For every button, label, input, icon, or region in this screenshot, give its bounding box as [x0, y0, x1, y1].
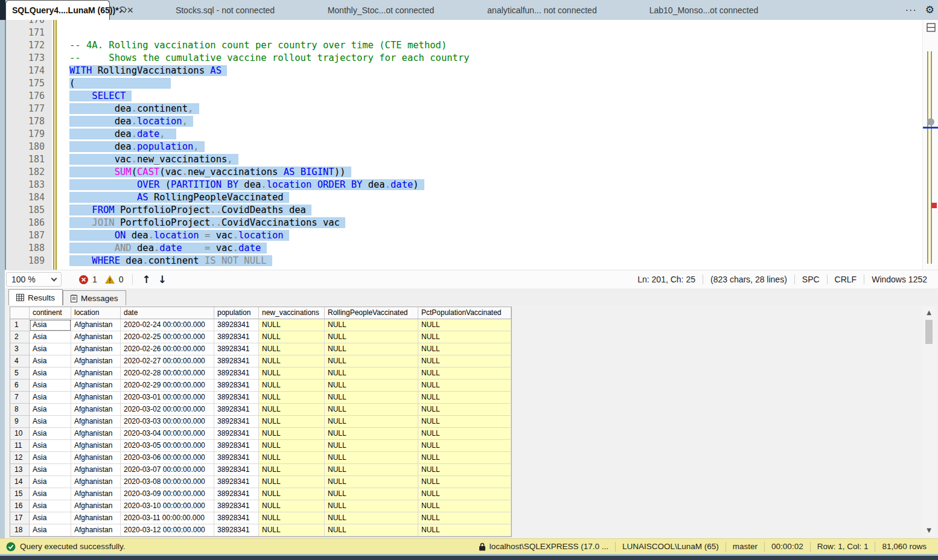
row-number[interactable]: 3	[10, 343, 30, 355]
table-cell[interactable]: Afghanistan	[71, 368, 121, 380]
code-line[interactable]: OVER (PARTITION BY dea.location ORDER BY…	[69, 179, 922, 191]
table-cell[interactable]: 38928341	[214, 380, 259, 392]
table-cell[interactable]: NULL	[418, 404, 511, 416]
table-cell[interactable]: NULL	[418, 452, 511, 464]
code-line[interactable]: WITH RollingVaccinations AS	[69, 65, 922, 77]
table-cell[interactable]: NULL	[325, 464, 418, 476]
row-number[interactable]: 9	[10, 416, 30, 428]
table-cell[interactable]: NULL	[418, 380, 511, 392]
code-line[interactable]: -- Shows the cumulative vaccine rollout …	[69, 52, 922, 65]
table-cell[interactable]: NULL	[259, 488, 325, 500]
table-cell[interactable]: Asia	[30, 404, 71, 416]
scroll-down-icon[interactable]: ▼	[922, 527, 936, 533]
table-cell[interactable]: NULL	[259, 331, 325, 343]
code-line[interactable]: AND dea.date = vac.date	[69, 242, 922, 255]
tab-results[interactable]: Results	[8, 289, 63, 305]
code-line[interactable]	[69, 20, 922, 27]
table-cell[interactable]: NULL	[325, 500, 418, 512]
table-cell[interactable]: 2020-03-12 00:00:00.000	[121, 524, 214, 536]
zoom-select[interactable]: 100 %	[6, 272, 62, 287]
table-cell[interactable]: Asia	[30, 512, 71, 524]
code-line[interactable]: vac.new_vaccinations,	[69, 153, 922, 166]
table-cell[interactable]: 2020-03-02 00:00:00.000	[121, 404, 214, 416]
tab-monthly-stock[interactable]: Monthly_Stoc...ot connected	[302, 0, 459, 20]
row-number[interactable]: 2	[10, 331, 30, 343]
table-cell[interactable]: NULL	[259, 416, 325, 428]
table-cell[interactable]: NULL	[259, 355, 325, 368]
table-cell[interactable]: 38928341	[214, 524, 259, 536]
editor-scrollbar[interactable]	[922, 20, 938, 270]
row-number[interactable]: 6	[10, 380, 30, 392]
table-cell[interactable]: Afghanistan	[71, 343, 121, 355]
scrollbar-thumb-dot[interactable]	[927, 118, 934, 126]
table-cell[interactable]: NULL	[325, 512, 418, 524]
table-cell[interactable]: 2020-02-25 00:00:00.000	[121, 331, 214, 343]
table-cell[interactable]: NULL	[418, 464, 511, 476]
table-cell[interactable]: NULL	[418, 331, 511, 343]
table-cell[interactable]: 2020-03-09 00:00:00.000	[121, 488, 214, 500]
code-line[interactable]: WHERE dea.continent IS NOT NULL	[69, 255, 922, 267]
table-cell[interactable]: NULL	[259, 319, 325, 331]
code-line[interactable]: ON dea.location = vac.location	[69, 229, 922, 242]
row-number[interactable]: 1	[10, 319, 30, 331]
encoding[interactable]: Windows 1252	[864, 275, 934, 284]
table-cell[interactable]: Afghanistan	[71, 464, 121, 476]
table-cell[interactable]: 2020-03-10 00:00:00.000	[121, 500, 214, 512]
more-tabs-icon[interactable]: ···	[905, 5, 917, 16]
table-cell[interactable]: NULL	[259, 392, 325, 404]
table-cell[interactable]: NULL	[325, 319, 418, 331]
table-cell[interactable]: NULL	[418, 476, 511, 488]
table-cell[interactable]: Asia	[30, 428, 71, 440]
table-cell[interactable]: Asia	[30, 368, 71, 380]
table-cell[interactable]: 2020-03-11 00:00:00.000	[121, 512, 214, 524]
code-line[interactable]: JOIN PortfolioProject..CovidVaccinations…	[69, 217, 922, 229]
table-cell[interactable]: Afghanistan	[71, 452, 121, 464]
table-cell[interactable]: Asia	[30, 524, 71, 536]
table-cell[interactable]: NULL	[259, 368, 325, 380]
next-item-icon[interactable]: ↓	[155, 273, 170, 285]
table-cell[interactable]: 38928341	[214, 355, 259, 368]
table-cell[interactable]: Afghanistan	[71, 416, 121, 428]
table-cell[interactable]: Asia	[30, 440, 71, 452]
row-number[interactable]: 15	[10, 488, 30, 500]
table-cell[interactable]: Afghanistan	[71, 404, 121, 416]
table-cell[interactable]: 2020-03-06 00:00:00.000	[121, 452, 214, 464]
table-cell[interactable]: Afghanistan	[71, 428, 121, 440]
tab-messages[interactable]: Messages	[63, 290, 126, 305]
row-number[interactable]: 11	[10, 440, 30, 452]
table-cell[interactable]: 2020-02-24 00:00:00.000	[121, 319, 214, 331]
table-cell[interactable]: NULL	[259, 476, 325, 488]
close-icon[interactable]: ×	[127, 5, 134, 16]
code-line[interactable]	[69, 27, 922, 39]
table-cell[interactable]: Asia	[30, 464, 71, 476]
table-cell[interactable]: 38928341	[214, 368, 259, 380]
row-number[interactable]: 7	[10, 392, 30, 404]
row-number[interactable]: 4	[10, 355, 30, 368]
previous-item-icon[interactable]: ↑	[139, 273, 155, 285]
table-cell[interactable]: NULL	[259, 343, 325, 355]
table-cell[interactable]: NULL	[325, 392, 418, 404]
code-line[interactable]: FROM PortfolioProject..CovidDeaths dea	[69, 204, 922, 217]
code-line[interactable]: dea.location,	[69, 115, 922, 128]
server-info[interactable]: localhost\SQLEXPRESS (17.0 ...	[472, 542, 615, 551]
table-cell[interactable]: NULL	[259, 464, 325, 476]
table-cell[interactable]: NULL	[418, 488, 511, 500]
grid-corner-cell[interactable]	[10, 307, 30, 319]
table-cell[interactable]: NULL	[259, 500, 325, 512]
row-number[interactable]: 13	[10, 464, 30, 476]
table-cell[interactable]: NULL	[418, 512, 511, 524]
code-area[interactable]: -- 4A. Rolling vaccination count per cou…	[57, 20, 922, 270]
results-grid[interactable]: continentlocationdatepopulationnew_vacci…	[10, 307, 512, 537]
table-cell[interactable]: 38928341	[214, 452, 259, 464]
table-cell[interactable]: NULL	[325, 488, 418, 500]
table-cell[interactable]: NULL	[325, 380, 418, 392]
table-cell[interactable]: Afghanistan	[71, 440, 121, 452]
table-cell[interactable]: NULL	[259, 428, 325, 440]
column-header[interactable]: PctPopulationVaccinated	[418, 307, 511, 319]
table-cell[interactable]: NULL	[325, 452, 418, 464]
table-cell[interactable]: NULL	[325, 343, 418, 355]
table-cell[interactable]: 38928341	[214, 512, 259, 524]
error-icon[interactable]	[78, 275, 89, 285]
table-cell[interactable]: 2020-03-03 00:00:00.000	[121, 416, 214, 428]
table-cell[interactable]: Afghanistan	[71, 392, 121, 404]
